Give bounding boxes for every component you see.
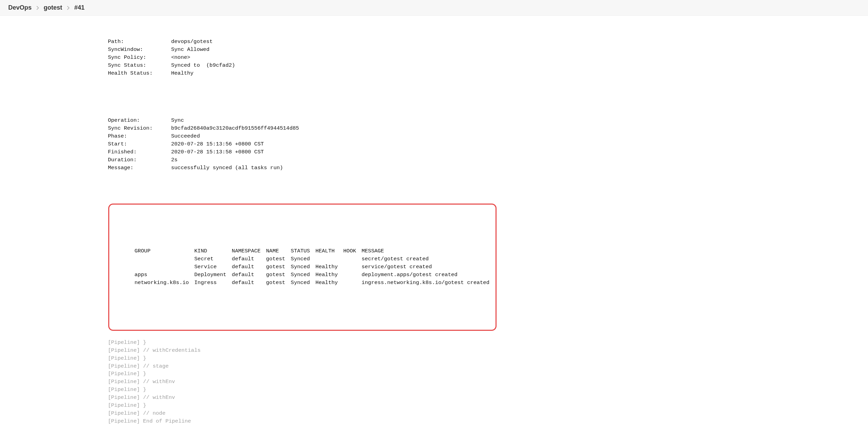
table-cell: secret/gotest created bbox=[361, 255, 489, 263]
table-cell: deployment.apps/gotest created bbox=[361, 271, 489, 279]
table-row: SecretdefaultgotestSyncedsecret/gotest c… bbox=[134, 255, 489, 263]
kv-key: Duration: bbox=[108, 156, 171, 164]
kv-key: Sync Revision: bbox=[108, 124, 171, 132]
kv-row: Health Status:Healthy bbox=[108, 69, 868, 77]
table-cell bbox=[343, 271, 361, 279]
table-header-row: GROUPKINDNAMESPACENAMESTATUSHEALTHHOOKME… bbox=[134, 247, 489, 255]
kv-key: Health Status: bbox=[108, 69, 171, 77]
table-cell: gotest bbox=[266, 263, 291, 271]
kv-key: Operation: bbox=[108, 117, 171, 124]
table-header-cell: NAMESPACE bbox=[232, 247, 266, 255]
table-header-cell: NAME bbox=[266, 247, 291, 255]
table-cell: Ingress bbox=[194, 279, 232, 287]
kv-key: Sync Policy: bbox=[108, 54, 171, 62]
kv-key: Finished: bbox=[108, 148, 171, 156]
kv-value: 2s bbox=[171, 156, 178, 164]
table-header-cell: HOOK bbox=[343, 247, 361, 255]
pipeline-line: [Pipeline] } bbox=[108, 370, 868, 378]
table-cell: default bbox=[232, 263, 266, 271]
table-cell bbox=[134, 263, 194, 271]
table-cell bbox=[343, 255, 361, 263]
kv-row: Duration:2s bbox=[108, 156, 868, 164]
pipeline-line: [Pipeline] } bbox=[108, 355, 868, 362]
chevron-right-icon bbox=[36, 6, 39, 10]
resource-table: GROUPKINDNAMESPACENAMESTATUSHEALTHHOOKME… bbox=[134, 232, 489, 303]
kv-value: 2020-07-28 15:13:56 +0800 CST bbox=[171, 140, 264, 148]
table-cell: Healthy bbox=[315, 279, 343, 287]
kv-row: Sync Policy:<none> bbox=[108, 54, 868, 62]
kv-row: Finished:2020-07-28 15:13:58 +0800 CST bbox=[108, 148, 868, 156]
kv-key: SyncWindow: bbox=[108, 46, 171, 54]
log-content: Path:devops/gotestSyncWindow:Sync Allowe… bbox=[0, 16, 868, 447]
table-cell: ingress.networking.k8s.io/gotest created bbox=[361, 279, 489, 287]
table-cell: default bbox=[232, 279, 266, 287]
kv-value: 2020-07-28 15:13:58 +0800 CST bbox=[171, 148, 264, 156]
table-cell: Synced bbox=[291, 279, 315, 287]
resource-table-highlight: GROUPKINDNAMESPACENAMESTATUSHEALTHHOOKME… bbox=[108, 204, 497, 331]
table-cell: Synced bbox=[291, 263, 315, 271]
pipeline-line: [Pipeline] // withCredentials bbox=[108, 347, 868, 355]
table-cell: Synced bbox=[291, 271, 315, 279]
table-row: appsDeploymentdefaultgotestSyncedHealthy… bbox=[134, 271, 489, 279]
kv-key: Path: bbox=[108, 38, 171, 46]
table-header-cell: KIND bbox=[194, 247, 232, 255]
table-cell bbox=[315, 255, 343, 263]
kv-row: Sync Status:Synced to (b9cfad2) bbox=[108, 62, 868, 69]
table-cell: networking.k8s.io bbox=[134, 279, 194, 287]
pipeline-line: [Pipeline] } bbox=[108, 402, 868, 410]
kv-value: Sync bbox=[171, 117, 184, 124]
chevron-right-icon bbox=[67, 6, 69, 10]
kv-value: Sync Allowed bbox=[171, 46, 210, 54]
pipeline-line: [Pipeline] } bbox=[108, 386, 868, 394]
pipeline-line: [Pipeline] End of Pipeline bbox=[108, 417, 868, 425]
kv-key: Start: bbox=[108, 140, 171, 148]
table-cell bbox=[343, 263, 361, 271]
pipeline-line: [Pipeline] // withEnv bbox=[108, 394, 868, 402]
pipeline-line: [Pipeline] // withEnv bbox=[108, 378, 868, 386]
kv-value: <none> bbox=[171, 54, 190, 62]
table-cell: Deployment bbox=[194, 271, 232, 279]
table-cell: gotest bbox=[266, 271, 291, 279]
table-row: ServicedefaultgotestSyncedHealthyservice… bbox=[134, 263, 489, 271]
table-header-cell: STATUS bbox=[291, 247, 315, 255]
breadcrumb-build[interactable]: #41 bbox=[74, 4, 85, 11]
table-cell: Service bbox=[194, 263, 232, 271]
table-cell: apps bbox=[134, 271, 194, 279]
kv-row: SyncWindow:Sync Allowed bbox=[108, 46, 868, 54]
breadcrumb: DevOps gotest #41 bbox=[0, 0, 868, 16]
kv-value: Healthy bbox=[171, 69, 193, 77]
breadcrumb-root[interactable]: DevOps bbox=[8, 4, 32, 11]
kv-row: Phase:Succeeded bbox=[108, 132, 868, 140]
table-cell: service/gotest created bbox=[361, 263, 489, 271]
kv-value: Synced to (b9cfad2) bbox=[171, 62, 235, 69]
kv-row: Path:devops/gotest bbox=[108, 38, 868, 46]
table-cell: Healthy bbox=[315, 263, 343, 271]
pipeline-line: [Pipeline] // node bbox=[108, 410, 868, 417]
table-cell bbox=[134, 255, 194, 263]
table-row: networking.k8s.ioIngressdefaultgotestSyn… bbox=[134, 279, 489, 287]
kv-row: Sync Revision:b9cfad26840a9c3120acdfb915… bbox=[108, 124, 868, 132]
breadcrumb-project[interactable]: gotest bbox=[44, 4, 62, 11]
pipeline-line: [Pipeline] } bbox=[108, 339, 868, 347]
table-header-cell: HEALTH bbox=[315, 247, 343, 255]
table-cell: Synced bbox=[291, 255, 315, 263]
table-cell: gotest bbox=[266, 279, 291, 287]
pipeline-line: [Pipeline] // stage bbox=[108, 362, 868, 370]
kv-row: Message:successfully synced (all tasks r… bbox=[108, 164, 868, 172]
kv-key: Sync Status: bbox=[108, 62, 171, 69]
table-cell bbox=[343, 279, 361, 287]
table-cell: Secret bbox=[194, 255, 232, 263]
kv-value: devops/gotest bbox=[171, 38, 213, 46]
table-header-cell: GROUP bbox=[134, 247, 194, 255]
kv-value: b9cfad26840a9c3120acdfb91556ff4944514d85 bbox=[171, 124, 299, 132]
kv-row: Operation:Sync bbox=[108, 117, 868, 124]
table-cell: default bbox=[232, 271, 266, 279]
kv-key: Phase: bbox=[108, 132, 171, 140]
kv-key: Message: bbox=[108, 164, 171, 172]
table-cell: default bbox=[232, 255, 266, 263]
kv-value: successfully synced (all tasks run) bbox=[171, 164, 283, 172]
table-cell: gotest bbox=[266, 255, 291, 263]
table-header-cell: MESSAGE bbox=[361, 247, 489, 255]
kv-value: Succeeded bbox=[171, 132, 200, 140]
table-cell: Healthy bbox=[315, 271, 343, 279]
